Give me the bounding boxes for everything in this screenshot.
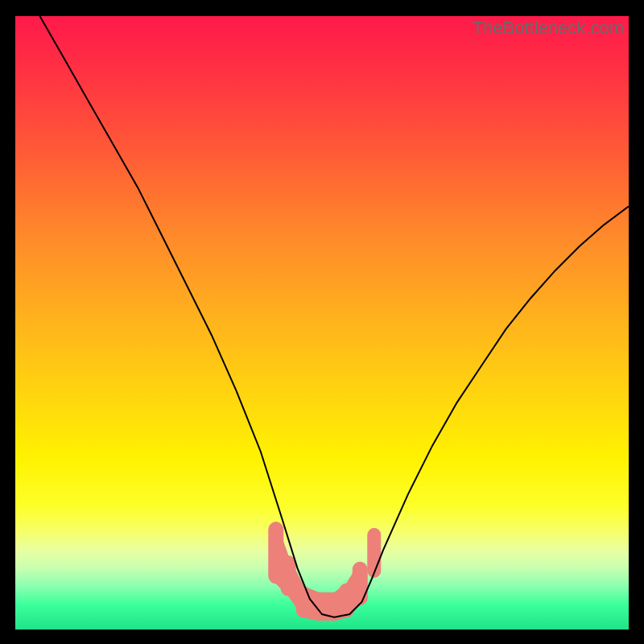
marker-group bbox=[269, 522, 381, 621]
marker-capsule bbox=[281, 556, 295, 597]
marker-capsule bbox=[353, 562, 367, 605]
marker-capsule bbox=[312, 592, 326, 620]
marker-capsule bbox=[368, 528, 381, 577]
chart-overlay bbox=[15, 16, 629, 630]
bottleneck-curve bbox=[40, 16, 630, 617]
marker-capsule bbox=[296, 587, 311, 617]
chart-frame: TheBottleneck.com bbox=[15, 16, 629, 630]
